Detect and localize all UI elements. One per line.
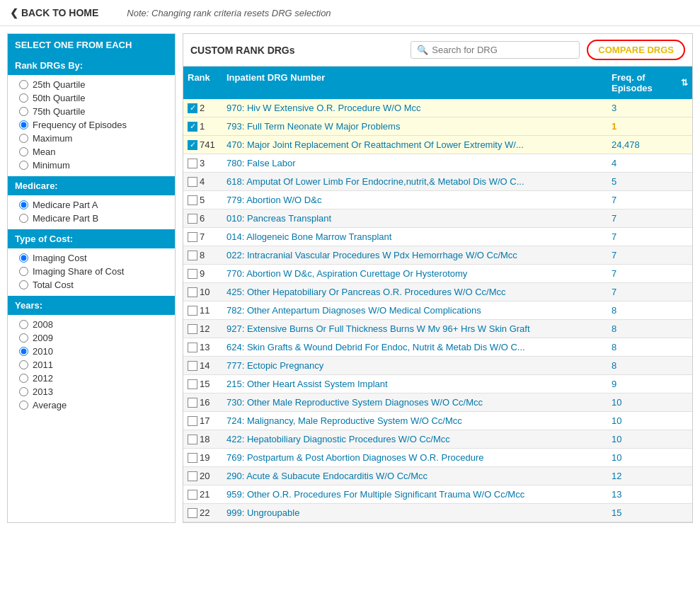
row-checkbox[interactable] [188,490,197,500]
radio-avg[interactable] [19,401,28,410]
radio-item-freq[interactable]: Frequency of Episodes [19,120,163,130]
row-drg[interactable]: 777: Ectopic Pregnancy [222,357,607,374]
table-row[interactable]: 19769: Postpartum & Post Abortion Diagno… [183,449,692,467]
radio-q75[interactable] [19,107,28,116]
table-row[interactable]: 13624: Skin Grafts & Wound Debrid For En… [183,338,692,357]
table-row[interactable]: 12927: Extensive Burns Or Full Thickness… [183,320,692,338]
radio-item-q75[interactable]: 75th Quartile [19,106,163,117]
row-checkbox[interactable] [188,471,197,481]
radio-item-y2008[interactable]: 2008 [19,319,163,330]
table-row[interactable]: 10425: Other Hepatobiliary Or Pancreas O… [183,283,692,301]
radio-q50[interactable] [19,93,28,103]
row-drg[interactable]: 730: Other Male Reproductive System Diag… [222,393,607,411]
radio-item-y2011[interactable]: 2011 [19,360,163,370]
row-checkbox[interactable] [188,435,197,444]
radio-item-mean[interactable]: Mean [19,146,163,157]
radio-y2013[interactable] [19,387,28,396]
radio-item-partA[interactable]: Medicare Part A [19,200,163,210]
table-row[interactable]: 7014: Allogeneic Bone Marrow Transplant7 [183,228,692,246]
radio-item-min[interactable]: Minimum [19,160,163,171]
row-drg[interactable]: 793: Full Term Neonate W Major Problems [222,117,607,135]
radio-imaging[interactable] [19,253,28,263]
compare-button[interactable]: COMPARE DRGS [587,40,685,60]
row-drg[interactable]: 014: Allogeneic Bone Marrow Transplant [222,228,607,246]
table-row[interactable]: 4618: Amputat Of Lower Limb For Endocrin… [183,173,692,191]
table-row[interactable]: 3780: False Labor4 [183,154,692,173]
row-checkbox[interactable]: ✓ [188,140,197,150]
radio-item-avg[interactable]: Average [19,400,163,410]
row-checkbox[interactable] [188,287,197,297]
row-drg[interactable]: 010: Pancreas Transplant [222,209,607,227]
table-row[interactable]: 5779: Abortion W/O D&c7 [183,191,692,209]
radio-item-max[interactable]: Maximum [19,133,163,144]
row-drg[interactable]: 770: Abortion W D&c, Aspiration Curettag… [222,265,607,282]
radio-item-partB[interactable]: Medicare Part B [19,213,163,224]
row-checkbox[interactable] [188,398,197,408]
table-row[interactable]: 9770: Abortion W D&c, Aspiration Curetta… [183,265,692,283]
radio-item-q25[interactable]: 25th Quartile [19,79,163,90]
table-row[interactable]: 6010: Pancreas Transplant7 [183,209,692,228]
radio-max[interactable] [19,134,28,143]
row-checkbox[interactable] [188,177,197,187]
radio-total[interactable] [19,280,28,289]
table-row[interactable]: ✓741470: Major Joint Replacement Or Reat… [183,136,692,154]
table-row[interactable]: 16730: Other Male Reproductive System Di… [183,393,692,412]
row-checkbox[interactable]: ✓ [188,122,197,132]
radio-q25[interactable] [19,80,28,89]
radio-partA[interactable] [19,200,28,209]
radio-freq[interactable] [19,120,28,130]
row-checkbox[interactable] [188,232,197,242]
row-drg[interactable]: 782: Other Antepartum Diagnoses W/O Medi… [222,301,607,319]
radio-y2011[interactable] [19,360,28,369]
row-drg[interactable]: 425: Other Hepatobiliary Or Pancreas O.R… [222,283,607,301]
radio-min[interactable] [19,161,28,170]
table-row[interactable]: 18422: Hepatobiliary Diagnostic Procedur… [183,430,692,449]
table-row[interactable]: 11782: Other Antepartum Diagnoses W/O Me… [183,301,692,320]
radio-item-y2012[interactable]: 2012 [19,373,163,384]
row-drg[interactable]: 780: False Labor [222,154,607,172]
row-checkbox[interactable] [188,324,197,334]
radio-item-total[interactable]: Total Cost [19,280,163,290]
row-drg[interactable]: 290: Acute & Subacute Endocarditis W/O C… [222,467,607,485]
table-row[interactable]: 14777: Ectopic Pregnancy8 [183,357,692,375]
search-input[interactable] [432,45,573,55]
table-row[interactable]: 8022: Intracranial Vascular Procedures W… [183,246,692,265]
row-checkbox[interactable] [188,159,197,168]
row-drg[interactable]: 022: Intracranial Vascular Procedures W … [222,246,607,264]
row-drg[interactable]: 422: Hepatobiliary Diagnostic Procedures… [222,430,607,448]
radio-y2009[interactable] [19,333,28,343]
row-checkbox[interactable] [188,508,197,518]
row-drg[interactable]: 724: Malignancy, Male Reproductive Syste… [222,412,607,430]
row-checkbox[interactable] [188,214,197,224]
radio-item-y2013[interactable]: 2013 [19,386,163,397]
row-checkbox[interactable]: ✓ [188,103,197,113]
radio-item-imaging[interactable]: Imaging Cost [19,253,163,263]
radio-partB[interactable] [19,214,28,223]
row-drg[interactable]: 959: Other O.R. Procedures For Multiple … [222,485,607,503]
row-checkbox[interactable] [188,306,197,316]
row-checkbox[interactable] [188,343,197,352]
row-drg[interactable]: 927: Extensive Burns Or Full Thickness B… [222,320,607,338]
table-row[interactable]: 17724: Malignancy, Male Reproductive Sys… [183,412,692,430]
radio-item-y2010[interactable]: 2010 [19,346,163,357]
table-row[interactable]: ✓2970: Hiv W Extensive O.R. Procedure W/… [183,99,692,117]
row-drg[interactable]: 215: Other Heart Assist System Implant [222,375,607,393]
radio-item-y2009[interactable]: 2009 [19,333,163,343]
row-checkbox[interactable] [188,361,197,371]
row-checkbox[interactable] [188,379,197,389]
row-drg[interactable]: 618: Amputat Of Lower Limb For Endocrine… [222,173,607,190]
table-row[interactable]: 21959: Other O.R. Procedures For Multipl… [183,485,692,504]
row-checkbox[interactable] [188,195,197,205]
row-checkbox[interactable] [188,416,197,426]
row-checkbox[interactable] [188,453,197,463]
table-row[interactable]: ✓1793: Full Term Neonate W Major Problem… [183,117,692,136]
radio-y2012[interactable] [19,374,28,383]
row-drg[interactable]: 970: Hiv W Extensive O.R. Procedure W/O … [222,99,607,117]
radio-share[interactable] [19,267,28,276]
row-checkbox[interactable] [188,269,197,279]
sort-icon[interactable]: ⇅ [681,78,688,88]
back-link[interactable]: BACK TO HOME [10,7,98,18]
row-drg[interactable]: 779: Abortion W/O D&c [222,191,607,209]
table-row[interactable]: 22999: Ungroupable15 [183,504,692,522]
table-row[interactable]: 15215: Other Heart Assist System Implant… [183,375,692,393]
